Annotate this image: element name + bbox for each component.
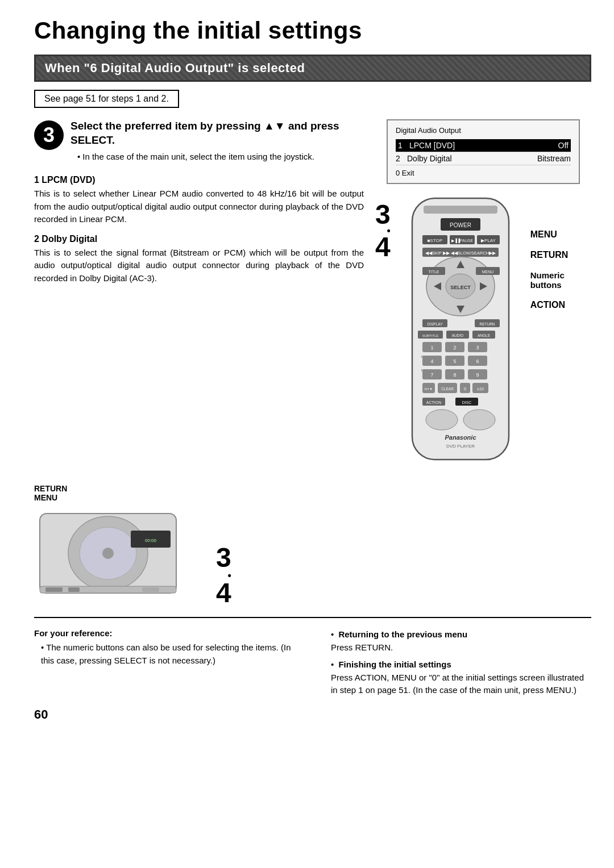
callout-return: RETURN [530, 250, 569, 260]
footer-finishing-title: Finishing the initial settings [338, 660, 451, 669]
svg-point-72 [102, 548, 114, 559]
svg-text:DISC: DISC [462, 400, 471, 404]
item2-body: This is to select the signal format (Bit… [34, 247, 364, 285]
footer-returning-title: Returning to the previous menu [338, 629, 467, 639]
divider [34, 617, 591, 618]
footer-bullet3-wrap: Finishing the initial settings Press ACT… [324, 658, 591, 697]
screen-row1-val: Off [523, 141, 569, 150]
svg-text:CLEAR: CLEAR [441, 387, 454, 391]
svg-point-66 [463, 410, 495, 430]
item1-title: 1 LPCM (DVD) [34, 175, 364, 185]
bottom-return-label: RETURN MENU [34, 484, 193, 502]
remote-control: POWER ■STOP ▶▐▐PAUSE ▶PLAY ◀◀SKIP ▶▶ ◀◀S… [395, 195, 526, 470]
svg-text:▶PLAY: ▶PLAY [481, 238, 496, 243]
svg-text:ANGLE: ANGLE [478, 333, 491, 337]
page-number: 60 [34, 707, 591, 722]
remote-area: 3 • 4 POWER ■STOP ▶▐▐PAUS [375, 195, 591, 470]
svg-rect-74 [45, 587, 63, 592]
svg-text:≥10: ≥10 [477, 387, 484, 391]
svg-text:9: 9 [476, 372, 479, 378]
svg-text:3: 3 [476, 345, 479, 350]
svg-rect-75 [68, 587, 80, 592]
screen-display: Digital Audio Output 1 LPCM [DVD] Off 2 … [387, 119, 580, 184]
item1-body: This is to select whether Linear PCM aud… [34, 187, 364, 226]
callout-numeric-line: Numeric buttons [530, 270, 591, 290]
callout-action: ACTION [530, 300, 565, 310]
screen-row2-num: 2 [396, 154, 407, 163]
svg-text:AUDIO: AUDIO [451, 333, 463, 337]
svg-text:4: 4 [430, 358, 433, 364]
item2-title: 2 Dolby Digital [34, 234, 364, 244]
svg-point-65 [426, 410, 458, 430]
step3-block: 3 Select the preferred item by pressing … [34, 119, 364, 165]
footer-returning: Returning to the previous menu Press RET… [324, 628, 591, 654]
svg-text:0: 0 [463, 386, 466, 391]
main-content: 3 Select the preferred item by pressing … [34, 119, 591, 470]
step3-bullet: In the case of the main unit, select the… [70, 152, 364, 161]
svg-text:DISPLAY: DISPLAY [427, 322, 443, 326]
footer-ref-title: For your reference: [34, 628, 301, 638]
svg-text:SELECT: SELECT [450, 285, 471, 290]
step-labels-34-right: 3 • 4 [375, 195, 391, 261]
footer-finishing-body: Press ACTION, MENU or "0" at the initial… [331, 673, 584, 695]
svg-text:TITLE: TITLE [428, 270, 439, 274]
footer-finishing: Finishing the initial settings Press ACT… [324, 658, 591, 697]
callout-action-line: ACTION [530, 300, 591, 310]
svg-text:POWER: POWER [450, 222, 471, 228]
screen-row2: 2 Dolby Digital Bitstream [396, 152, 571, 165]
section-header: When "6 Digital Audio Output" is selecte… [34, 55, 591, 82]
screen-title: Digital Audio Output [396, 126, 571, 135]
svg-text:■STOP: ■STOP [427, 238, 442, 243]
step-labels-34-bottom: 3 • 4 [216, 539, 231, 607]
footer-returning-body: Press RETURN. [331, 642, 393, 652]
right-column: Digital Audio Output 1 LPCM [DVD] Off 2 … [375, 119, 591, 470]
footer-right: Returning to the previous menu Press RET… [324, 628, 591, 702]
step3-content: Select the preferred item by pressing ▲▼… [70, 119, 364, 165]
step-label-3: 3 [375, 201, 391, 228]
callout-menu: MENU [530, 229, 557, 240]
left-column: 3 Select the preferred item by pressing … [34, 119, 364, 470]
svg-text:8: 8 [453, 372, 456, 378]
callout-menu-line: MENU [530, 229, 591, 240]
svg-text:5: 5 [453, 358, 456, 364]
svg-text:RETURN: RETURN [479, 322, 495, 326]
svg-text:1: 1 [430, 345, 433, 350]
svg-text:Panasonic: Panasonic [445, 434, 476, 441]
step-label-4: 4 [375, 233, 391, 261]
screen-exit: 0 Exit [396, 169, 571, 177]
callout-return-line: RETURN [530, 250, 591, 260]
svg-text:DVD PLAYER: DVD PLAYER [446, 444, 475, 449]
screen-row2-val: Bitstream [525, 154, 571, 163]
footer-left: For your reference: The numeric buttons … [34, 628, 301, 702]
screen-row1: 1 LPCM [DVD] Off [396, 139, 571, 152]
see-page-note: See page 51 for steps 1 and 2. [34, 90, 179, 108]
item1-lpcm: 1 LPCM (DVD) This is to select whether L… [34, 175, 364, 226]
svg-text:SUBTITLE: SUBTITLE [422, 334, 438, 337]
svg-rect-1 [424, 206, 497, 214]
svg-rect-76 [142, 587, 159, 592]
screen-row1-num: 1 [398, 141, 409, 150]
bottom-images: RETURN MENU 00:00 3 • 4 [34, 482, 591, 607]
footer-reference: For your reference: The numeric buttons … [34, 628, 591, 702]
item2-dolby: 2 Dolby Digital This is to select the si… [34, 234, 364, 285]
svg-text:00:00: 00:00 [145, 538, 157, 543]
svg-text:RT▼: RT▼ [425, 387, 433, 391]
callout-labels: MENU RETURN Numeric buttons ACTION [530, 195, 591, 310]
step3-number: 3 [34, 120, 64, 150]
svg-text:ACTION: ACTION [426, 400, 441, 404]
screen-row1-label: LPCM [DVD] [409, 141, 523, 150]
svg-text:7: 7 [430, 372, 433, 378]
svg-text:MENU: MENU [482, 270, 493, 274]
dvd-player-area: RETURN MENU 00:00 [34, 482, 193, 607]
svg-text:◀◀SKIP ▶▶  ◀◀SLOW/SEARCH▶▶: ◀◀SKIP ▶▶ ◀◀SLOW/SEARCH▶▶ [425, 251, 496, 256]
callout-numeric: Numeric buttons [530, 270, 591, 290]
footer-bullet1: The numeric buttons can also be used for… [34, 641, 301, 667]
svg-text:2: 2 [453, 345, 456, 350]
step3-instruction: Select the preferred item by pressing ▲▼… [70, 119, 364, 147]
page-title: Changing the initial settings [34, 17, 591, 44]
svg-text:6: 6 [476, 358, 479, 364]
footer-bullet2-wrap: Returning to the previous menu Press RET… [324, 628, 591, 654]
screen-row2-label: Dolby Digital [407, 154, 525, 163]
